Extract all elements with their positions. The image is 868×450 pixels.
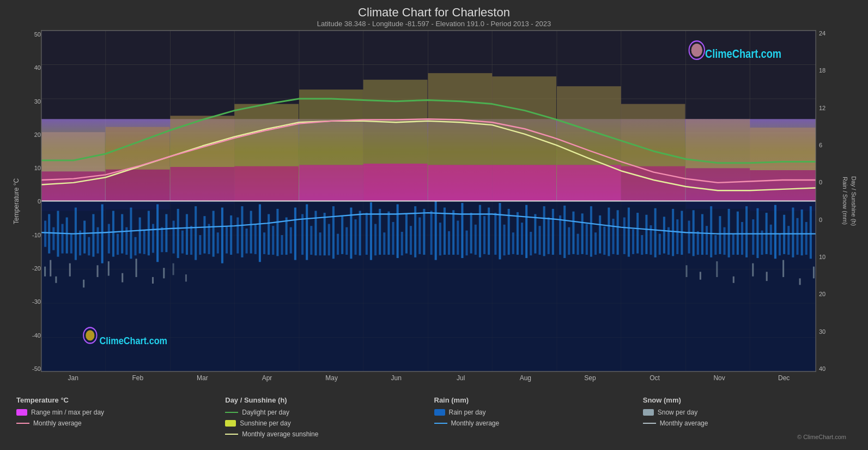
svg-rect-89 (139, 218, 141, 254)
svg-rect-163 (479, 205, 481, 257)
svg-rect-228 (779, 234, 781, 256)
y-axis-right-spacer (816, 372, 857, 387)
svg-rect-245 (152, 277, 154, 284)
svg-rect-202 (659, 234, 661, 255)
svg-rect-114 (254, 224, 257, 254)
legend-temperature: Temperature °C Range min / max per day M… (16, 396, 225, 440)
svg-rect-141 (379, 209, 381, 255)
svg-rect-201 (654, 208, 657, 257)
svg-rect-122 (290, 227, 292, 254)
legend-sunshine-avg-label: Monthly average sunshine (242, 430, 318, 438)
chart-main: ClimeChart.com ClimeChart.com Jan Feb Ma… (41, 30, 816, 387)
svg-rect-161 (470, 213, 472, 254)
svg-rect-88 (135, 237, 137, 256)
svg-rect-53 (557, 86, 621, 165)
legend-sunshine-title: Day / Sunshine (h) (225, 396, 434, 404)
legend-sunshine-per-day: Sunshine per day (225, 419, 434, 427)
svg-rect-80 (97, 227, 99, 254)
svg-rect-72 (62, 224, 64, 254)
legend-rain-title: Rain (mm) (434, 396, 643, 404)
svg-rect-205 (672, 209, 674, 256)
svg-rect-248 (185, 274, 187, 281)
svg-rect-237 (50, 260, 51, 277)
svg-rect-144 (392, 222, 394, 255)
svg-text:ClimeChart.com: ClimeChart.com (100, 334, 167, 346)
svg-rect-109 (230, 215, 232, 255)
y-right-tick-24: 24 (819, 30, 846, 37)
svg-rect-157 (452, 210, 454, 255)
svg-rect-101 (195, 206, 197, 260)
x-month-jul: Jul (428, 374, 493, 387)
svg-rect-214 (714, 235, 717, 255)
svg-rect-81 (101, 205, 104, 263)
svg-rect-87 (130, 208, 132, 259)
legend-snow-title: Snow (mm) (643, 396, 852, 404)
svg-rect-186 (586, 224, 588, 255)
svg-rect-164 (483, 216, 485, 254)
legend-temp-range-label: Range min / max per day (31, 409, 104, 416)
svg-rect-213 (710, 206, 712, 257)
svg-rect-216 (723, 227, 725, 255)
svg-rect-130 (328, 224, 330, 256)
svg-rect-105 (213, 211, 215, 257)
svg-rect-189 (599, 215, 601, 254)
y-right-tick-r40: 40 (819, 365, 846, 372)
svg-rect-227 (774, 205, 776, 259)
svg-rect-26 (41, 132, 105, 171)
svg-rect-77 (83, 221, 86, 254)
legend-rain-avg: Monthly average (434, 419, 643, 427)
y-right-label-sunshine: Day / Sunshine (h) (851, 176, 857, 226)
svg-rect-100 (190, 226, 192, 255)
x-month-sep: Sep (558, 374, 623, 387)
y-axis-right-labels: Day / Sunshine (h) Rain / Snow (mm) (846, 30, 857, 372)
y-tick-50: 50 (22, 31, 41, 38)
svg-rect-112 (246, 229, 248, 254)
svg-rect-173 (525, 205, 527, 258)
svg-rect-90 (143, 231, 145, 254)
x-month-nov: Nov (687, 374, 752, 387)
y-tick-40: 40 (22, 64, 41, 71)
svg-rect-116 (263, 232, 265, 254)
svg-rect-249 (685, 265, 687, 277)
svg-rect-96 (173, 221, 175, 254)
svg-rect-119 (276, 209, 278, 256)
svg-rect-92 (152, 224, 154, 253)
svg-rect-104 (208, 224, 210, 254)
svg-rect-239 (69, 263, 71, 277)
svg-rect-184 (577, 234, 579, 255)
svg-rect-134 (345, 227, 348, 255)
x-month-apr: Apr (235, 374, 300, 387)
legend-rain-per-day-label: Rain per day (449, 409, 486, 416)
svg-rect-110 (236, 218, 239, 254)
legend-daylight-line (225, 412, 238, 413)
chart-header: Climate Chart for Charleston Latitude 38… (11, 5, 857, 28)
svg-rect-76 (79, 231, 81, 256)
svg-rect-234 (805, 222, 808, 255)
svg-rect-108 (226, 226, 228, 253)
svg-point-262 (691, 44, 702, 57)
svg-rect-155 (444, 208, 446, 255)
svg-rect-140 (374, 224, 377, 256)
x-month-dec: Dec (751, 374, 816, 387)
svg-rect-256 (799, 278, 801, 285)
svg-rect-188 (594, 232, 597, 255)
svg-rect-42 (299, 165, 363, 201)
svg-rect-179 (552, 209, 554, 255)
legend-temp-title: Temperature °C (16, 396, 225, 404)
svg-rect-229 (783, 215, 785, 254)
y-tick-n10: -10 (22, 232, 41, 238)
svg-rect-240 (83, 280, 84, 287)
y-axis-left-ticks: 50 40 30 20 10 0 -10 -20 -30 -40 -50 (22, 30, 41, 387)
svg-rect-150 (418, 218, 421, 254)
svg-rect-99 (186, 214, 188, 255)
chart-canvas: ClimeChart.com ClimeChart.com (41, 30, 816, 372)
svg-rect-159 (461, 203, 463, 258)
svg-rect-133 (341, 216, 343, 254)
svg-rect-103 (203, 216, 205, 254)
svg-rect-74 (70, 234, 72, 254)
legend-area: Temperature °C Range min / max per day M… (11, 392, 857, 445)
svg-rect-252 (733, 277, 735, 283)
page-container: Climate Chart for Charleston Latitude 38… (0, 0, 868, 450)
chart-title: Climate Chart for Charleston (11, 5, 857, 20)
svg-rect-187 (590, 206, 592, 257)
